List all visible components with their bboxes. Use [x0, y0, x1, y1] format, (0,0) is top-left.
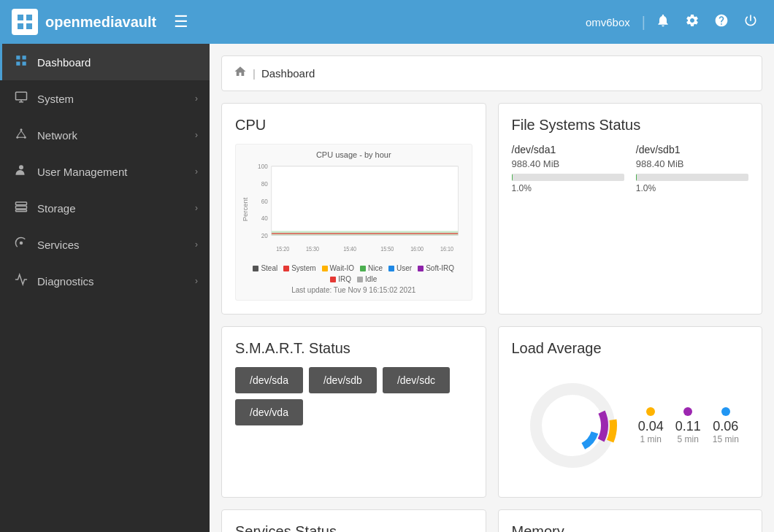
svg-text:15:50: 15:50	[380, 245, 394, 252]
header-right: omv6box |	[586, 9, 762, 36]
sidebar-item-dashboard[interactable]: Dashboard	[0, 44, 210, 80]
sidebar-item-label: Network	[37, 129, 186, 142]
svg-line-15	[21, 131, 25, 136]
help-button[interactable]	[710, 9, 733, 36]
content-area: | Dashboard CPU CPU usage - by hour	[210, 44, 774, 532]
breadcrumb-separator: |	[253, 67, 256, 80]
sidebar: Dashboard System › Network › User Manage…	[0, 44, 210, 532]
svg-rect-2	[18, 23, 23, 29]
smart-btn-sdc[interactable]: /dev/sdc	[383, 367, 450, 393]
svg-text:20: 20	[261, 231, 268, 239]
system-icon	[14, 90, 28, 107]
notifications-button[interactable]	[651, 9, 675, 36]
home-icon[interactable]	[234, 65, 247, 82]
power-button[interactable]	[739, 9, 762, 36]
dashboard-grid: CPU CPU usage - by hour 100 80 60	[221, 103, 762, 532]
load-average-card: Load Average	[498, 326, 763, 498]
load-donut-container: 0.04 1 min 0.11 5 min 0.06 15 min	[512, 367, 749, 484]
fs-pct: 1.0%	[512, 183, 624, 193]
sidebar-item-services[interactable]: Services ›	[0, 226, 210, 263]
svg-rect-5	[23, 55, 26, 59]
file-systems-title: File Systems Status	[512, 117, 749, 134]
svg-rect-1	[26, 15, 32, 20]
chevron-icon: ›	[195, 93, 198, 104]
memory-title: Memory	[512, 523, 749, 532]
services-status-card: Services Status SSH	[221, 509, 486, 532]
dashboard-icon	[14, 54, 28, 70]
load-donut	[521, 374, 624, 477]
svg-text:16:00: 16:00	[410, 245, 424, 252]
network-icon	[14, 127, 28, 143]
top-header: openmediavault ☰ omv6box |	[0, 0, 774, 44]
svg-text:16:10: 16:10	[440, 245, 453, 252]
svg-text:40: 40	[261, 215, 268, 223]
sidebar-item-label: Dashboard	[37, 56, 198, 69]
chevron-icon: ›	[195, 239, 198, 250]
sidebar-item-storage[interactable]: Storage ›	[0, 190, 210, 226]
load-average-title: Load Average	[512, 340, 749, 357]
cpu-card: CPU CPU usage - by hour 100 80 60	[221, 103, 486, 315]
load-5min-value: 0.11	[675, 419, 701, 434]
fs-size: 988.40 MiB	[636, 158, 748, 169]
logo-text: openmediavault	[45, 14, 156, 31]
sidebar-item-system[interactable]: System ›	[0, 80, 210, 117]
sidebar-item-diagnostics[interactable]: Diagnostics ›	[0, 263, 210, 299]
smart-title: S.M.A.R.T. Status	[235, 340, 472, 357]
cpu-update-time: Last update: Tue Nov 9 16:15:02 2021	[242, 286, 466, 294]
fs-pct: 1.0%	[636, 183, 748, 193]
header-left: openmediavault ☰	[12, 9, 194, 35]
svg-text:15:20: 15:20	[276, 245, 289, 252]
fs-bar-bg	[636, 174, 748, 181]
cpu-legend: Steal System Wait-IO Nice User Soft-IRQ …	[242, 264, 466, 283]
svg-point-21	[20, 242, 23, 245]
cpu-chart: 100 80 60 40 20 Percent 15:20 15:30 15:4…	[242, 162, 466, 257]
svg-text:Percent: Percent	[242, 197, 249, 221]
svg-rect-8	[16, 92, 27, 100]
svg-text:80: 80	[261, 180, 268, 188]
svg-rect-0	[18, 15, 23, 20]
smart-card: S.M.A.R.T. Status /dev/sda /dev/sdb /dev…	[221, 326, 486, 498]
sidebar-item-label: Services	[37, 239, 186, 251]
diagnostics-icon	[14, 273, 28, 289]
cpu-title: CPU	[235, 117, 472, 134]
cpu-chart-title: CPU usage - by hour	[242, 150, 466, 159]
svg-text:15:30: 15:30	[306, 245, 319, 252]
fs-size: 988.40 MiB	[512, 158, 624, 169]
svg-point-17	[19, 165, 23, 169]
svg-text:100: 100	[258, 163, 268, 171]
svg-point-43	[536, 389, 609, 462]
load-15min-value: 0.06	[713, 419, 739, 434]
svg-point-11	[20, 128, 23, 131]
smart-btn-vda[interactable]: /dev/vda	[235, 399, 303, 425]
svg-text:15:40: 15:40	[343, 245, 356, 252]
svg-rect-3	[26, 23, 32, 29]
settings-button[interactable]	[681, 9, 704, 36]
memory-card: Memory 1.94 GiB	[498, 509, 763, 532]
load-1min-label: 1 min	[638, 434, 664, 444]
svg-rect-20	[16, 210, 27, 212]
sidebar-item-label: Diagnostics	[37, 275, 186, 288]
load-legend-1min: 0.04 1 min	[638, 407, 664, 444]
storage-icon	[14, 200, 28, 216]
load-5min-label: 5 min	[675, 434, 701, 444]
fs-item-sdb1: /dev/sdb1 988.40 MiB 1.0%	[636, 144, 748, 193]
services-icon	[14, 236, 28, 252]
sidebar-item-label: User Management	[37, 166, 186, 178]
breadcrumb-current: Dashboard	[261, 67, 315, 80]
fs-name: /dev/sda1	[512, 144, 624, 155]
smart-btn-sda[interactable]: /dev/sda	[235, 367, 303, 393]
svg-rect-7	[23, 62, 26, 66]
main-layout: Dashboard System › Network › User Manage…	[0, 44, 774, 532]
file-systems-card: File Systems Status /dev/sda1 988.40 MiB…	[498, 103, 763, 315]
hamburger-button[interactable]: ☰	[168, 9, 194, 34]
svg-point-46	[549, 402, 596, 449]
fs-grid: /dev/sda1 988.40 MiB 1.0% /dev/sdb1 988.…	[512, 144, 749, 193]
svg-rect-4	[16, 55, 20, 59]
sidebar-item-label: System	[37, 93, 186, 105]
sidebar-item-network[interactable]: Network ›	[0, 117, 210, 153]
chevron-icon: ›	[195, 276, 198, 286]
svg-text:60: 60	[261, 197, 268, 205]
services-status-title: Services Status	[235, 523, 472, 532]
sidebar-item-user-management[interactable]: User Management ›	[0, 153, 210, 190]
smart-btn-sdb[interactable]: /dev/sdb	[309, 367, 377, 393]
